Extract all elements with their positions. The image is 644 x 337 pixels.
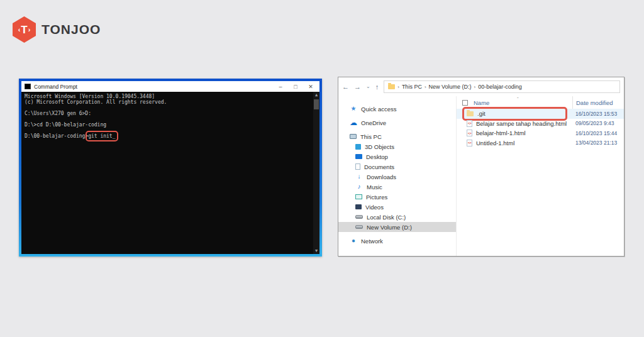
sidebar-item[interactable]: Documents	[338, 162, 456, 172]
sidebar-item-icon	[355, 173, 363, 180]
sidebar-item-icon	[350, 134, 357, 139]
forward-icon[interactable]: →	[354, 84, 361, 91]
terminal-cursor: _	[113, 133, 116, 139]
sidebar-item-icon	[350, 237, 357, 245]
terminal-lines: Microsoft Windows [Version 10.0.19045.34…	[25, 94, 311, 133]
scroll-down-icon[interactable]: ▼	[313, 248, 319, 254]
chevron-right-icon: ›	[474, 84, 476, 90]
sidebar-item-icon	[350, 119, 357, 126]
minimize-icon[interactable]: –	[273, 84, 288, 90]
sidebar-item[interactable]: This PC	[338, 131, 456, 141]
logo-bracket-right: ›	[28, 26, 31, 33]
breadcrumb-item[interactable]: This PC	[402, 84, 422, 90]
typed-command: git init	[88, 133, 113, 139]
sidebar-item[interactable]: Desktop	[338, 152, 456, 162]
sidebar-item[interactable]: Quick access	[338, 104, 456, 114]
sidebar-item-icon	[355, 215, 363, 219]
file-name-cell: .git	[464, 109, 565, 119]
sidebar-item-icon	[355, 225, 363, 229]
file-date-modified: 16/10/2023 15:44	[572, 130, 624, 136]
scroll-up-icon[interactable]: ▲	[313, 92, 319, 98]
cmd-title-bar[interactable]: Command Prompt – □ ✕	[21, 81, 319, 92]
html-file-icon	[467, 140, 472, 146]
sidebar-item-label: New Volume (D:)	[367, 224, 412, 231]
breadcrumb-item[interactable]: New Volume (D:)	[429, 84, 472, 90]
close-icon[interactable]: ✕	[303, 84, 318, 90]
sidebar-item-icon	[350, 105, 357, 113]
sidebar-item[interactable]: Pictures	[338, 192, 456, 202]
file-row[interactable]: .git 16/10/2023 15:53	[457, 109, 624, 119]
sidebar-item-label: Quick access	[361, 106, 397, 113]
address-bar[interactable]: › This PC › New Volume (D:) › 00-belajar…	[384, 80, 620, 93]
terminal-line	[25, 128, 311, 133]
sidebar-item-label: OneDrive	[361, 119, 386, 126]
sidebar-item[interactable]: Local Disk (C:)	[338, 212, 456, 222]
maximize-icon[interactable]: □	[288, 84, 303, 90]
tonjoo-logo: ‹T› TONJOO	[13, 16, 101, 43]
sidebar-item-icon	[355, 144, 361, 150]
sidebar-item-icon	[355, 183, 363, 191]
file-date-modified: 09/05/2023 9:43	[572, 120, 624, 126]
sidebar-item-icon	[355, 154, 362, 159]
terminal-prompt-line: D:\00-belajar-coding>git init_	[25, 133, 311, 139]
command-prompt-window: Command Prompt – □ ✕ Microsoft Windows […	[19, 79, 322, 257]
sidebar-item[interactable]: Videos	[338, 202, 456, 212]
html-file-icon	[467, 130, 472, 136]
address-folder-icon	[388, 84, 395, 89]
sort-ascending-icon: ˆ	[517, 96, 519, 102]
file-name-cell: Untitled-1.html	[464, 138, 518, 148]
sidebar-item-label: Videos	[365, 204, 384, 211]
terminal-line: C:\Users\X270 gen 6>D:	[25, 111, 311, 116]
file-list: .git 16/10/2023 15:53 Belajar sampe taha…	[457, 109, 624, 148]
scrollbar-thumb[interactable]	[314, 99, 319, 109]
file-name-cell: belajar-html-1.html	[464, 128, 530, 138]
select-all-checkbox[interactable]	[462, 100, 468, 106]
sidebar-item-label: Network	[361, 238, 383, 245]
sidebar-item-label: Documents	[364, 163, 394, 170]
sidebar-item-icon	[355, 163, 360, 170]
file-row[interactable]: belajar-html-1.html 16/10/2023 15:44	[457, 128, 624, 138]
sidebar-item-label: Desktop	[366, 153, 388, 160]
brand-name: TONJOO	[42, 22, 101, 37]
up-icon[interactable]: ↑	[375, 84, 379, 91]
sidebar-item[interactable]: 3D Objects	[338, 141, 456, 152]
recent-locations-icon[interactable]: ⌄	[366, 84, 370, 89]
file-name: .git	[477, 110, 486, 117]
sidebar-item[interactable]: Network	[338, 236, 456, 246]
sidebar-item-label: Downloads	[367, 174, 396, 180]
file-row[interactable]: Belajar sampe tahap heading.html 09/05/2…	[457, 119, 624, 129]
file-date-modified: 16/10/2023 15:53	[572, 111, 624, 117]
sidebar-item[interactable]: New Volume (D:)	[338, 222, 456, 232]
file-row[interactable]: Untitled-1.html 13/04/2023 21:13	[457, 138, 624, 148]
sidebar-item-label: 3D Objects	[365, 143, 394, 150]
cmd-app-icon	[25, 84, 31, 89]
column-headers: Name ˆ Date modified	[457, 96, 624, 109]
sidebar-item-label: Local Disk (C:)	[367, 214, 406, 221]
terminal-output-area[interactable]: Microsoft Windows [Version 10.0.19045.34…	[21, 92, 319, 254]
terminal-line	[25, 116, 311, 122]
file-date-modified: 13/04/2023 21:13	[572, 140, 624, 146]
file-name: Untitled-1.html	[476, 140, 514, 146]
explorer-sidebar: Quick access OneDrive This PC 3D Objects	[338, 96, 457, 256]
explorer-nav-bar: ← → ⌄ ↑ › This PC › New Volume (D:)	[338, 77, 624, 96]
sidebar-item[interactable]: OneDrive	[338, 118, 456, 128]
terminal-line	[25, 105, 311, 111]
sidebar-item-label: This PC	[360, 133, 382, 140]
file-name-cell: Belajar sampe tahap heading.html	[464, 119, 570, 129]
sidebar-item[interactable]: Music	[338, 182, 456, 192]
column-header-date-modified[interactable]: Date modified	[572, 96, 624, 109]
back-icon[interactable]: ←	[342, 84, 349, 91]
file-name: belajar-html-1.html	[476, 130, 526, 136]
file-list-pane: Name ˆ Date modified .git 16/10/2023 15:…	[457, 96, 624, 256]
logo-bracket-left: ‹	[18, 26, 21, 33]
breadcrumb: › This PC › New Volume (D:) › 00-belajar…	[395, 84, 522, 90]
sidebar-item-icon	[355, 204, 362, 209]
terminal-line: D:\>cd D:\00-belajar-coding	[25, 122, 311, 128]
breadcrumb-item[interactable]: 00-belajar-coding	[478, 84, 522, 90]
cmd-window-title: Command Prompt	[34, 84, 273, 90]
sidebar-item-label: Pictures	[366, 194, 387, 201]
sidebar-item[interactable]: Downloads	[338, 172, 456, 182]
prompt-prefix: D:\00-belajar-coding>	[25, 133, 88, 139]
terminal-scrollbar[interactable]: ▲ ▼	[313, 92, 319, 254]
column-header-name[interactable]: Name	[474, 99, 489, 106]
